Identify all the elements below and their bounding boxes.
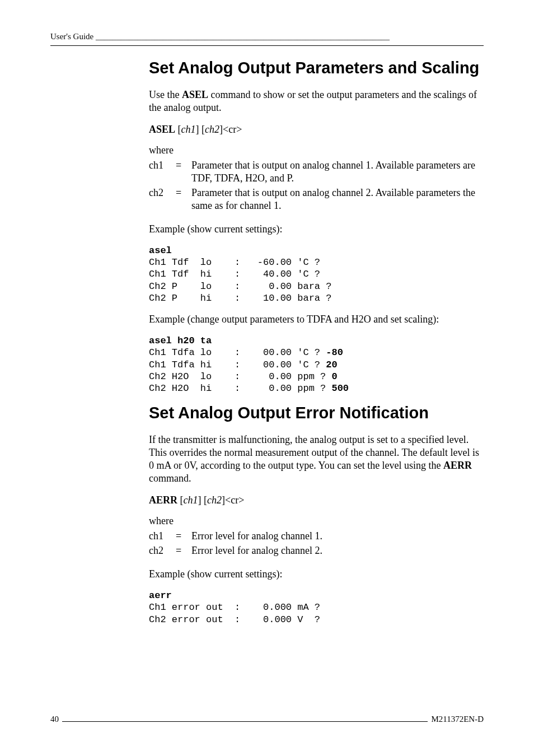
where-key: ch1 <box>149 159 176 186</box>
where-key: ch2 <box>149 544 176 559</box>
heading-set-analog-output-params: Set Analog Output Parameters and Scaling <box>149 58 484 78</box>
asel-intro: Use the ASEL command to show or set the … <box>149 88 484 114</box>
where-desc: Error level for analog channel 2. <box>191 544 326 559</box>
footer-rule <box>62 721 428 722</box>
aerr-intro: If the transmitter is malfunctioning, th… <box>149 433 484 485</box>
aerr-example-caption: Example (show current settings): <box>149 568 484 581</box>
where-desc: Parameter that is output on analog chann… <box>191 159 484 186</box>
where-label-2: where <box>149 515 484 528</box>
where-label-1: where <box>149 144 484 157</box>
where-eq: = <box>176 530 191 544</box>
where-key: ch2 <box>149 186 176 214</box>
header-rule <box>50 45 484 46</box>
aerr-example-code: aerr Ch1 error out : 0.000 mA ? Ch2 erro… <box>149 590 484 626</box>
asel-example1-code: asel Ch1 Tdf lo : -60.00 'C ? Ch1 Tdf hi… <box>149 245 484 304</box>
page-number: 40 <box>50 714 59 725</box>
asel-example1-caption: Example (show current settings): <box>149 223 484 236</box>
aerr-where-table: ch1 = Error level for analog channel 1. … <box>149 530 326 559</box>
where-row: ch2 = Parameter that is output on analog… <box>149 186 484 214</box>
where-eq: = <box>176 159 191 186</box>
where-desc: Error level for analog channel 1. <box>191 530 326 544</box>
asel-syntax: ASEL [ch1] [ch2]<cr> <box>149 123 484 136</box>
doc-id: M211372EN-D <box>431 714 484 725</box>
where-row: ch1 = Error level for analog channel 1. <box>149 530 326 544</box>
where-eq: = <box>176 186 191 214</box>
asel-example2-caption: Example (change output parameters to TDF… <box>149 313 484 326</box>
running-head-text: User's Guide ___________________________… <box>50 32 390 41</box>
where-row: ch2 = Error level for analog channel 2. <box>149 544 326 559</box>
asel-example2-code: asel h20 ta Ch1 Tdfa lo : 00.00 'C ? -80… <box>149 335 484 394</box>
where-eq: = <box>176 544 191 559</box>
heading-set-analog-output-error: Set Analog Output Error Notification <box>149 403 484 423</box>
where-row: ch1 = Parameter that is output on analog… <box>149 159 484 186</box>
where-key: ch1 <box>149 530 176 544</box>
aerr-syntax: AERR [ch1] [ch2]<cr> <box>149 494 484 507</box>
asel-where-table: ch1 = Parameter that is output on analog… <box>149 159 484 214</box>
where-desc: Parameter that is output on analog chann… <box>191 186 484 214</box>
